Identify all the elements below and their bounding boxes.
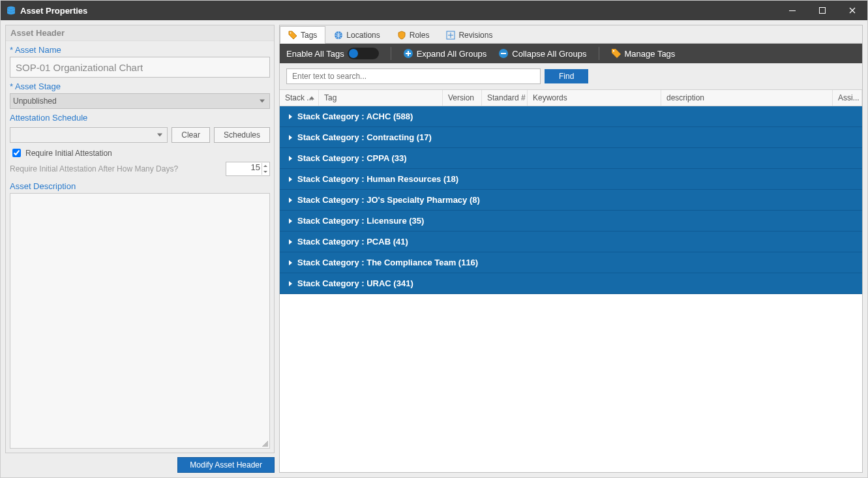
expand-all-label: Expand All Groups bbox=[417, 49, 487, 59]
group-row[interactable]: Stack Category : PCAB (41) bbox=[280, 232, 862, 252]
chevron-right-icon bbox=[289, 177, 292, 182]
col-description[interactable]: description bbox=[661, 90, 833, 106]
group-label: Stack Category : Contracting (17) bbox=[297, 132, 432, 142]
col-assigned[interactable]: Assi... bbox=[833, 90, 862, 106]
group-row[interactable]: Stack Category : URAC (341) bbox=[280, 273, 862, 294]
group-row[interactable]: Stack Category : CPPA (33) bbox=[280, 148, 862, 169]
globe-icon bbox=[334, 31, 343, 40]
asset-header-panel: Asset Header * Asset Name * Asset Stage … bbox=[5, 25, 275, 453]
group-label: Stack Category : URAC (341) bbox=[297, 278, 413, 288]
minimize-button[interactable] bbox=[777, 1, 807, 20]
group-label: Stack Category : Human Resources (18) bbox=[297, 174, 458, 184]
expand-icon bbox=[403, 48, 413, 59]
modify-asset-header-button[interactable]: Modify Asset Header bbox=[177, 457, 275, 473]
separator bbox=[599, 47, 599, 60]
collapse-all-button[interactable]: Collapse All Groups bbox=[498, 48, 586, 59]
attestation-schedule-label: Attestation Schedule bbox=[10, 113, 270, 123]
close-button[interactable] bbox=[837, 1, 867, 20]
collapse-all-label: Collapse All Groups bbox=[512, 49, 586, 59]
manage-tags-icon bbox=[611, 48, 621, 59]
group-label: Stack Category : The Compliance Team (11… bbox=[297, 258, 478, 267]
tab-locations[interactable]: Locations bbox=[325, 26, 388, 44]
manage-tags-label: Manage Tags bbox=[625, 49, 676, 59]
asset-name-input[interactable] bbox=[10, 57, 270, 78]
svg-point-3 bbox=[290, 32, 292, 33]
tab-revisions-label: Revisions bbox=[458, 31, 492, 40]
attestation-schedule-select[interactable] bbox=[10, 127, 168, 143]
col-stack[interactable]: Stack ... bbox=[280, 90, 319, 106]
col-standard[interactable]: Standard # bbox=[482, 90, 528, 106]
require-days-spinner[interactable]: 15 bbox=[226, 162, 270, 176]
col-version[interactable]: Version bbox=[443, 90, 482, 106]
group-row[interactable]: Stack Category : The Compliance Team (11… bbox=[280, 252, 862, 273]
asset-name-label: * Asset Name bbox=[10, 45, 270, 55]
col-tag[interactable]: Tag bbox=[319, 90, 443, 106]
chevron-right-icon bbox=[289, 281, 292, 286]
search-row: Find bbox=[280, 63, 862, 89]
col-keywords[interactable]: Keywords bbox=[528, 90, 661, 106]
clear-button[interactable]: Clear bbox=[172, 127, 210, 143]
asset-description-label: Asset Description bbox=[10, 181, 270, 191]
group-label: Stack Category : PCAB (41) bbox=[297, 237, 408, 246]
spinner-down-icon[interactable] bbox=[262, 169, 269, 175]
group-row[interactable]: Stack Category : ACHC (588) bbox=[280, 106, 862, 127]
require-days-value: 15 bbox=[251, 162, 260, 172]
asset-header-title: Asset Header bbox=[6, 25, 274, 41]
chevron-right-icon bbox=[289, 135, 292, 140]
group-label: Stack Category : Licensure (35) bbox=[297, 216, 424, 226]
svg-point-8 bbox=[612, 50, 614, 52]
collapse-icon bbox=[498, 48, 509, 59]
tab-locations-label: Locations bbox=[346, 31, 380, 40]
search-input[interactable] bbox=[286, 68, 541, 84]
svg-point-0 bbox=[7, 7, 15, 9]
svg-rect-1 bbox=[789, 10, 796, 11]
tab-tags-label: Tags bbox=[301, 31, 317, 40]
manage-tags-button[interactable]: Manage Tags bbox=[611, 48, 676, 59]
spinner-up-icon[interactable] bbox=[262, 163, 269, 169]
asset-stage-label: * Asset Stage bbox=[10, 82, 270, 91]
tab-revisions[interactable]: Revisions bbox=[438, 26, 501, 44]
tab-roles[interactable]: Roles bbox=[389, 26, 438, 44]
require-days-label: Require Initial Attestation After How Ma… bbox=[10, 164, 178, 173]
group-label: Stack Category : CPPA (33) bbox=[297, 153, 407, 163]
schedules-button[interactable]: Schedules bbox=[214, 127, 270, 143]
toggle-icon[interactable] bbox=[348, 48, 379, 59]
require-initial-attestation-checkbox[interactable]: Require Initial Attestation bbox=[10, 147, 270, 159]
chevron-right-icon bbox=[289, 260, 292, 265]
tab-roles-label: Roles bbox=[410, 31, 430, 40]
separator bbox=[391, 47, 391, 60]
expand-all-button[interactable]: Expand All Groups bbox=[403, 48, 487, 59]
chevron-right-icon bbox=[289, 218, 292, 224]
tag-icon bbox=[288, 31, 297, 40]
tags-toolbar: Enable All Tags Expand All Groups Collap… bbox=[280, 44, 862, 63]
enable-all-label: Enable All Tags bbox=[286, 49, 344, 59]
group-row[interactable]: Stack Category : Human Resources (18) bbox=[280, 169, 862, 190]
require-initial-label: Require Initial Attestation bbox=[25, 149, 112, 158]
group-row[interactable]: Stack Category : Contracting (17) bbox=[280, 127, 862, 148]
asset-stage-select[interactable] bbox=[10, 93, 270, 109]
enable-all-tags-toggle[interactable]: Enable All Tags bbox=[286, 48, 379, 59]
grid-header: Stack ... Tag Version Standard # Keyword… bbox=[280, 89, 862, 106]
chevron-right-icon bbox=[289, 114, 292, 119]
chevron-right-icon bbox=[289, 239, 292, 245]
tab-tags[interactable]: Tags bbox=[280, 26, 325, 44]
revisions-icon bbox=[446, 31, 455, 40]
app-icon bbox=[6, 5, 16, 16]
window-title: Asset Properties bbox=[20, 6, 87, 16]
chevron-right-icon bbox=[289, 156, 292, 161]
asset-description-textarea[interactable] bbox=[10, 193, 270, 449]
require-initial-check-input[interactable] bbox=[12, 149, 21, 157]
group-label: Stack Category : ACHC (588) bbox=[297, 112, 413, 121]
titlebar: Asset Properties bbox=[1, 1, 867, 20]
group-row[interactable]: Stack Category : JO's Specialty Pharmacy… bbox=[280, 190, 862, 211]
shield-icon bbox=[397, 31, 406, 40]
maximize-button[interactable] bbox=[807, 1, 837, 20]
chevron-right-icon bbox=[289, 198, 292, 203]
grid-body[interactable]: Stack Category : ACHC (588)Stack Categor… bbox=[280, 106, 862, 472]
group-row[interactable]: Stack Category : Licensure (35) bbox=[280, 211, 862, 232]
find-button[interactable]: Find bbox=[545, 69, 588, 83]
group-label: Stack Category : JO's Specialty Pharmacy… bbox=[297, 195, 480, 205]
tab-strip: Tags Locations Roles Revisions bbox=[280, 25, 862, 44]
svg-rect-2 bbox=[820, 8, 826, 14]
